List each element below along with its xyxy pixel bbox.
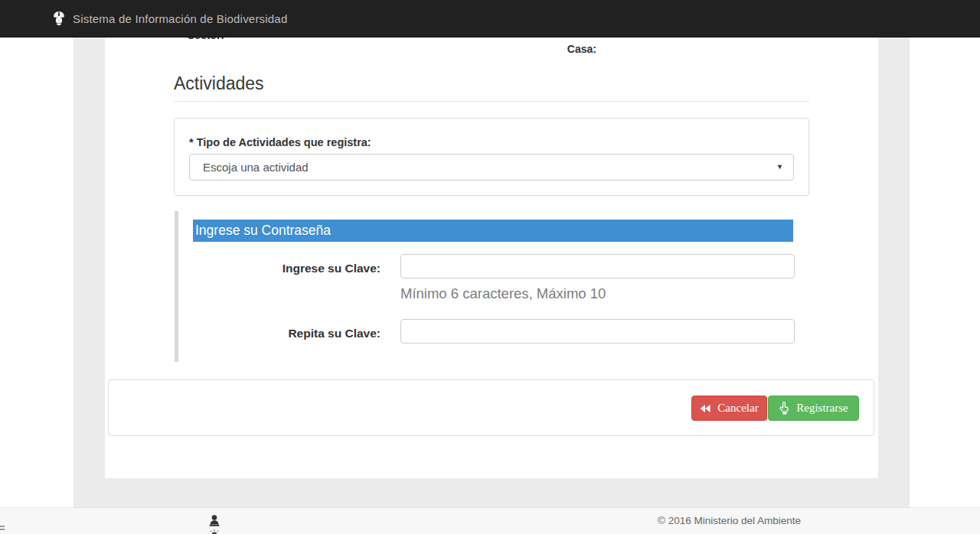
clave-label: Ingrese su Clave: xyxy=(197,262,381,275)
activity-type-label: * Tipo de Actividades que registra: xyxy=(189,136,371,148)
copyright-text: © 2016 Ministerio del Ambiente xyxy=(658,515,801,526)
user-icon[interactable] xyxy=(208,514,220,528)
activity-select[interactable]: Escoja una actividad ▼ xyxy=(189,154,794,181)
cancel-button[interactable]: Cancelar xyxy=(691,396,767,421)
activity-select-value: Escoja una actividad xyxy=(190,161,776,174)
page-footer: © 2016 Ministerio del Ambiente xyxy=(0,507,980,534)
page: Sistema de Información de Biodiversidad … xyxy=(0,0,980,534)
top-navbar: Sistema de Información de Biodiversidad xyxy=(0,0,980,37)
clave-input[interactable] xyxy=(400,254,795,278)
clave-help-text: Mínimo 6 caracteres, Máximo 10 xyxy=(400,285,606,302)
hand-up-icon xyxy=(779,402,789,415)
casa-label-line2: Casa: xyxy=(520,41,596,57)
activities-heading: Actividades xyxy=(174,73,264,94)
gear-icon[interactable] xyxy=(209,529,220,534)
repeat-clave-label: Repita su Clave: xyxy=(197,327,381,340)
register-button[interactable]: Registrarse xyxy=(768,396,859,421)
backward-icon xyxy=(700,404,710,413)
password-section-header: Ingrese su Contraseña xyxy=(193,220,793,242)
cancel-button-label: Cancelar xyxy=(717,402,758,415)
scroll-fragment-icon xyxy=(0,526,5,532)
flower-icon xyxy=(51,10,67,27)
app-title: Sistema de Información de Biodiversidad xyxy=(73,12,287,25)
password-section-bar xyxy=(175,211,178,362)
repeat-clave-input[interactable] xyxy=(400,319,795,344)
heading-divider xyxy=(174,101,809,102)
caret-down-icon: ▼ xyxy=(776,164,793,171)
register-button-label: Registrarse xyxy=(796,402,848,415)
